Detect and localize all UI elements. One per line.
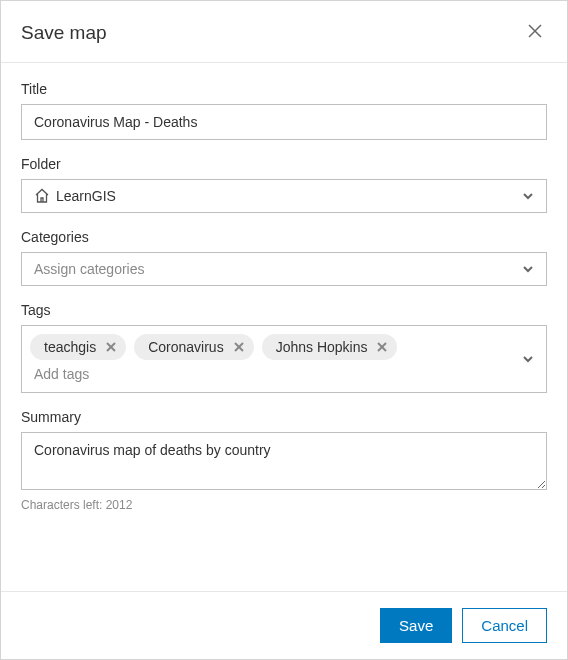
close-icon xyxy=(527,23,543,42)
categories-label: Categories xyxy=(21,229,547,245)
tags-text-input[interactable] xyxy=(30,360,516,386)
tag-text: Coronavirus xyxy=(148,339,223,355)
modal-body: Title Folder LearnGIS Categories Assign … xyxy=(1,63,567,591)
tag-chip: Coronavirus xyxy=(134,334,253,360)
modal-header: Save map xyxy=(1,1,567,63)
tag-remove-button[interactable] xyxy=(377,340,387,355)
tags-row: teachgis Coronavirus Johns Hopkins xyxy=(30,334,516,360)
categories-select[interactable]: Assign categories xyxy=(21,252,547,286)
chevron-down-icon xyxy=(522,190,534,202)
title-input[interactable] xyxy=(21,104,547,140)
tag-text: Johns Hopkins xyxy=(276,339,368,355)
tags-label: Tags xyxy=(21,302,547,318)
summary-label: Summary xyxy=(21,409,547,425)
folder-label: Folder xyxy=(21,156,547,172)
folder-select[interactable]: LearnGIS xyxy=(21,179,547,213)
close-icon xyxy=(234,340,244,355)
tags-field: Tags teachgis Coronavirus xyxy=(21,302,547,393)
tag-text: teachgis xyxy=(44,339,96,355)
close-icon xyxy=(377,340,387,355)
chevron-down-icon xyxy=(522,353,534,365)
folder-field: Folder LearnGIS xyxy=(21,156,547,213)
title-field: Title xyxy=(21,81,547,140)
cancel-button[interactable]: Cancel xyxy=(462,608,547,643)
chevron-down-icon xyxy=(522,263,534,275)
save-button[interactable]: Save xyxy=(380,608,452,643)
categories-placeholder: Assign categories xyxy=(34,261,522,277)
tag-chip: Johns Hopkins xyxy=(262,334,398,360)
character-count: Characters left: 2012 xyxy=(21,498,547,512)
tag-remove-button[interactable] xyxy=(106,340,116,355)
summary-field: Summary Characters left: 2012 xyxy=(21,409,547,512)
tag-chip: teachgis xyxy=(30,334,126,360)
categories-field: Categories Assign categories xyxy=(21,229,547,286)
tags-input-container[interactable]: teachgis Coronavirus Johns Hopkins xyxy=(21,325,547,393)
save-map-modal: Save map Title Folder LearnGIS xyxy=(0,0,568,660)
tag-remove-button[interactable] xyxy=(234,340,244,355)
modal-title: Save map xyxy=(21,22,107,44)
close-icon xyxy=(106,340,116,355)
home-icon xyxy=(34,188,50,204)
folder-value: LearnGIS xyxy=(56,188,522,204)
title-label: Title xyxy=(21,81,547,97)
summary-textarea[interactable] xyxy=(21,432,547,490)
close-button[interactable] xyxy=(523,19,547,46)
modal-footer: Save Cancel xyxy=(1,591,567,659)
